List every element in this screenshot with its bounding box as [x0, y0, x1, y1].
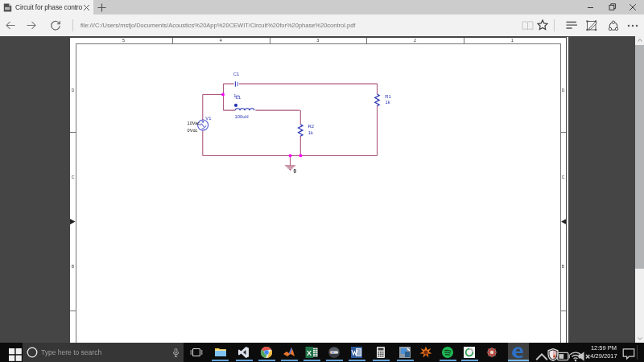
svg-text:R1: R1 [385, 94, 390, 99]
svg-text:10Vac: 10Vac [188, 121, 200, 125]
svg-text:L1: L1 [236, 95, 241, 100]
svg-text:1k: 1k [386, 100, 390, 105]
svg-text:V1: V1 [205, 115, 211, 120]
svg-text:1k: 1k [308, 130, 313, 135]
svg-text:0Vdc: 0Vdc [188, 127, 198, 132]
svg-text:X: X [307, 349, 312, 357]
svg-text:100uH: 100uH [235, 114, 249, 119]
svg-text:C1: C1 [233, 71, 239, 76]
svg-text:R2: R2 [308, 123, 314, 128]
svg-text:0: 0 [293, 167, 296, 173]
